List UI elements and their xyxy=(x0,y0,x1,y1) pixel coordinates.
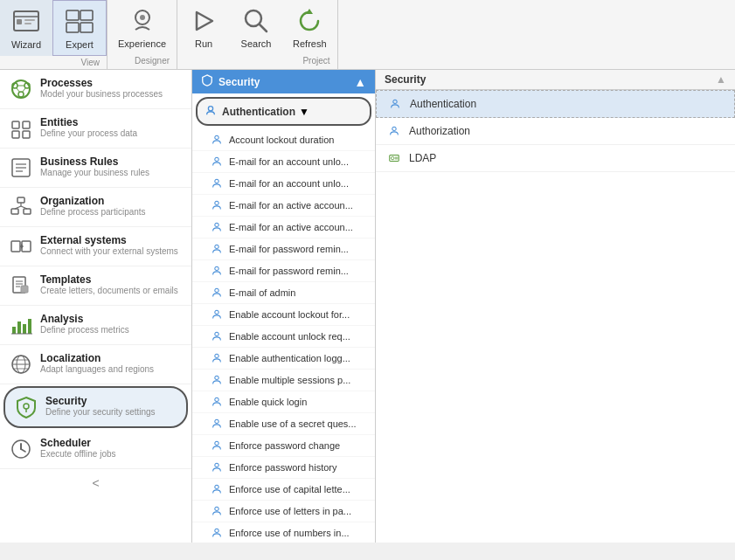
expert-button[interactable]: Expert xyxy=(52,0,107,56)
right-panel-item-authentication[interactable]: Authentication xyxy=(376,90,735,118)
svg-rect-46 xyxy=(17,321,21,334)
middle-panel-item[interactable]: E-mail for password remin... xyxy=(192,260,375,282)
rules-icon xyxy=(9,156,33,180)
analysis-icon xyxy=(9,313,33,337)
sidebar-item-analysis[interactable]: Analysis Define process metrics xyxy=(0,306,191,345)
authentication-section-header[interactable]: Authentication ▼ xyxy=(196,97,371,126)
run-button[interactable]: Run xyxy=(177,0,230,54)
search-button[interactable]: Search xyxy=(230,0,282,54)
middle-panel-item[interactable]: Enable multiple sessions p... xyxy=(192,370,375,391)
localization-title: Localization xyxy=(40,352,154,364)
middle-panel-title: Security xyxy=(218,76,260,88)
svg-point-85 xyxy=(392,127,396,130)
middle-panel-header: Security ▲ xyxy=(192,70,375,93)
right-item-label: Authentication xyxy=(410,98,476,110)
middle-item-label: E-mail for an account unlo... xyxy=(229,156,349,167)
external-subtitle: Connect with your external systems xyxy=(40,246,178,256)
templates-subtitle: Create letters, documents or emails xyxy=(40,286,178,295)
svg-point-69 xyxy=(215,310,218,314)
entities-subtitle: Define your process data xyxy=(40,128,137,138)
processes-title: Processes xyxy=(40,77,163,89)
svg-marker-14 xyxy=(306,9,313,14)
rules-subtitle: Manage your business rules xyxy=(40,168,149,177)
right-item-icon xyxy=(386,150,402,166)
middle-panel-item[interactable]: Enable use of a secret ques... xyxy=(192,413,375,435)
svg-point-10 xyxy=(140,15,145,20)
sidebar-item-security[interactable]: Security Define your security settings xyxy=(3,386,188,428)
middle-panel-item[interactable]: E-mail for an active accoun... xyxy=(192,217,375,239)
svg-rect-5 xyxy=(66,10,79,20)
middle-panel-item[interactable]: Enable authentication logg... xyxy=(192,348,375,370)
experience-button[interactable]: Experience xyxy=(107,0,177,54)
svg-point-76 xyxy=(215,463,218,467)
middle-item-label: Enforce use of capital lette... xyxy=(229,484,350,494)
middle-panel-item[interactable]: Enforce use of numbers in... xyxy=(192,522,375,543)
sidebar-item-external-systems[interactable]: External systems Connect with your exter… xyxy=(0,227,191,266)
middle-panel-item[interactable]: Account lockout duration xyxy=(192,129,375,151)
expert-icon xyxy=(64,6,95,38)
middle-item-icon xyxy=(210,417,224,431)
middle-panel-item[interactable]: Enable quick login xyxy=(192,391,375,413)
sidebar-item-templates[interactable]: Templates Create letters, documents or e… xyxy=(0,266,191,306)
sidebar-item-processes[interactable]: Processes Model your business processes xyxy=(0,70,191,109)
svg-rect-48 xyxy=(28,319,31,334)
middle-panel-sort-icon[interactable]: ▲ xyxy=(354,75,366,89)
svg-marker-11 xyxy=(197,12,212,30)
svg-point-73 xyxy=(215,398,218,401)
right-panel-item-ldap[interactable]: LDAP xyxy=(376,145,735,172)
svg-point-67 xyxy=(215,266,218,270)
view-section-label: View xyxy=(74,56,107,71)
middle-panel-item[interactable]: E-mail for an account unlo... xyxy=(192,151,375,173)
sidebar-collapse-button[interactable]: < xyxy=(0,469,191,497)
security-subtitle: Define your security settings xyxy=(45,407,156,417)
middle-item-label: Enforce password change xyxy=(229,440,340,451)
middle-item-icon xyxy=(210,482,224,496)
run-label: Run xyxy=(195,38,212,49)
toolbar: Wizard Expert View xyxy=(0,0,735,70)
middle-panel-item[interactable]: Enforce password change xyxy=(192,435,375,457)
wizard-icon xyxy=(10,6,42,38)
expert-label: Expert xyxy=(66,39,94,50)
middle-item-icon xyxy=(210,373,224,387)
svg-rect-45 xyxy=(12,327,16,334)
middle-panel-item[interactable]: E-mail for password remin... xyxy=(192,239,375,260)
middle-panel-item[interactable]: Enforce use of capital lette... xyxy=(192,479,375,501)
sidebar-item-organization[interactable]: Organization Define process participants xyxy=(0,188,191,227)
middle-panel-item[interactable]: Enforce password history xyxy=(192,457,375,479)
middle-panel-item[interactable]: Enforce use of letters in pa... xyxy=(192,501,375,522)
middle-item-icon xyxy=(210,220,224,234)
right-panel: Security ▲ Authentication Authorization … xyxy=(376,70,735,543)
external-icon xyxy=(9,234,33,259)
middle-panel-item[interactable]: E-mail for an active accoun... xyxy=(192,195,375,217)
wizard-button[interactable]: Wizard xyxy=(0,0,52,56)
svg-rect-47 xyxy=(23,324,26,334)
middle-panel-item[interactable]: Enable account lockout for... xyxy=(192,304,375,326)
sidebar-item-business-rules[interactable]: Business Rules Manage your business rule… xyxy=(0,149,191,188)
middle-item-icon xyxy=(210,133,224,147)
svg-rect-30 xyxy=(17,197,24,203)
middle-panel-item[interactable]: E-mail for an account unlo... xyxy=(192,173,375,195)
search-icon xyxy=(240,5,272,37)
middle-panel-item[interactable]: Enable account unlock req... xyxy=(192,326,375,348)
org-icon xyxy=(9,195,33,219)
middle-item-icon xyxy=(210,176,224,190)
svg-rect-25 xyxy=(23,131,30,138)
right-panel-item-authorization[interactable]: Authorization xyxy=(376,118,735,145)
middle-item-icon xyxy=(210,460,224,474)
sidebar-item-entities[interactable]: Entities Define your process data xyxy=(0,109,191,149)
external-title: External systems xyxy=(40,234,178,246)
localization-icon xyxy=(9,352,33,377)
svg-rect-3 xyxy=(24,19,35,21)
sidebar-item-localization[interactable]: Localization Adapt languages and regions xyxy=(0,345,191,384)
sidebar-item-scheduler[interactable]: Scheduler Execute offline jobs xyxy=(0,430,191,469)
experience-label: Experience xyxy=(118,38,166,49)
svg-rect-32 xyxy=(24,209,31,214)
svg-point-64 xyxy=(215,201,218,204)
middle-panel-item[interactable]: E-mail of admin xyxy=(192,282,375,304)
refresh-button[interactable]: Refresh xyxy=(282,0,337,54)
middle-item-label: Enable use of a secret ques... xyxy=(229,418,357,429)
svg-point-68 xyxy=(215,288,218,292)
middle-item-label: E-mail for an account unlo... xyxy=(229,178,349,189)
scheduler-icon xyxy=(9,437,33,461)
svg-rect-2 xyxy=(17,19,22,24)
